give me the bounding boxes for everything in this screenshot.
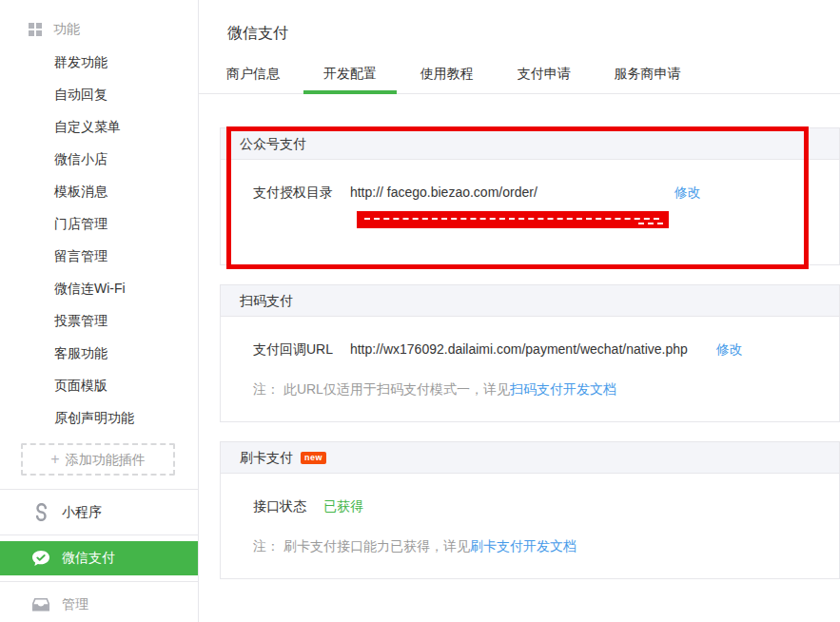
sidebar-item-vote-management[interactable]: 投票管理 bbox=[0, 304, 198, 337]
add-plugin-label: 添加功能插件 bbox=[66, 452, 146, 467]
api-status-value: 已获得 bbox=[323, 498, 363, 514]
row-label: 支付授权目录 bbox=[253, 185, 333, 200]
add-plugin-button[interactable]: +添加功能插件 bbox=[21, 443, 175, 476]
section-card-pay-body: 接口状态 已获得 注： 刷卡支付接口能力已获得，详见刷卡支付开发文档 bbox=[221, 474, 839, 578]
page-title: 微信支付 bbox=[227, 24, 840, 44]
sidebar-item-miniprogram[interactable]: 小程序 bbox=[0, 489, 198, 535]
tab-payment-apply[interactable]: 支付申请 bbox=[498, 53, 591, 94]
tab-tutorial[interactable]: 使用教程 bbox=[400, 53, 494, 94]
sidebar-item-page-template[interactable]: 页面模版 bbox=[0, 369, 198, 401]
sidebar-item-label: 微信支付 bbox=[62, 550, 115, 567]
config-row-auth-dir: 支付授权目录 http:// facego.biezao.com/order/ … bbox=[253, 183, 816, 202]
sidebar-item-label: 小程序 bbox=[62, 504, 102, 521]
auth-dir-value: http:// facego.biezao.com/order/ bbox=[350, 185, 537, 200]
section-mp-pay-body: 支付授权目录 http:// facego.biezao.com/order/ … bbox=[221, 160, 839, 264]
sidebar-item-store-management[interactable]: 门店管理 bbox=[0, 207, 198, 240]
section-card-pay: 刷卡支付new 接口状态 已获得 注： 刷卡支付接口能力已获得，详见刷卡支付开发… bbox=[220, 441, 840, 579]
plus-icon: + bbox=[50, 451, 59, 467]
sidebar-item-auto-reply[interactable]: 自动回复 bbox=[0, 78, 198, 110]
sidebar-item-customer-service[interactable]: 客服功能 bbox=[0, 337, 198, 369]
modify-callback-url-link[interactable]: 修改 bbox=[716, 341, 743, 357]
tab-service-provider-apply[interactable]: 服务商申请 bbox=[595, 53, 701, 94]
section-card-pay-header: 刷卡支付new bbox=[221, 442, 839, 474]
sidebar-category-label: 功能 bbox=[53, 21, 80, 38]
note-text: 注： 此URL仅适用于扫码支付模式一，详见 bbox=[253, 381, 510, 397]
native-pay-note: 注： 此URL仅适用于扫码支付模式一，详见扫码支付开发文档 bbox=[253, 379, 816, 398]
sidebar-category-features: 功能 bbox=[0, 0, 198, 46]
note-text: 注： 刷卡支付接口能力已获得，详见 bbox=[253, 538, 470, 554]
row-label: 接口状态 bbox=[253, 498, 306, 514]
sidebar-item-wechat-shop[interactable]: 微信小店 bbox=[0, 143, 198, 175]
sidebar-item-comment-management[interactable]: 留言管理 bbox=[0, 240, 198, 272]
sidebar-item-mass-send[interactable]: 群发功能 bbox=[0, 46, 198, 78]
miniprogram-icon bbox=[31, 503, 50, 521]
tab-bar: 商户信息 开发配置 使用教程 支付申请 服务商申请 bbox=[199, 53, 840, 94]
sidebar-category-label: 管理 bbox=[62, 596, 88, 613]
sidebar-row-wechat-pay: 微信支付 bbox=[0, 535, 198, 581]
manage-tray-icon bbox=[31, 597, 50, 612]
card-pay-note: 注： 刷卡支付接口能力已获得，详见刷卡支付开发文档 bbox=[253, 536, 816, 555]
sidebar: 功能 群发功能 自动回复 自定义菜单 微信小店 模板消息 门店管理 留言管理 微… bbox=[0, 0, 199, 622]
new-badge: new bbox=[301, 452, 326, 464]
modify-auth-dir-link[interactable]: 修改 bbox=[674, 185, 701, 200]
sidebar-item-custom-menu[interactable]: 自定义菜单 bbox=[0, 110, 198, 143]
native-pay-doc-link[interactable]: 扫码支付开发文档 bbox=[510, 381, 616, 397]
tab-dev-config[interactable]: 开发配置 bbox=[303, 53, 397, 94]
sidebar-item-original-statement[interactable]: 原创声明功能 bbox=[0, 401, 198, 434]
sidebar-item-wechat-pay[interactable]: 微信支付 bbox=[0, 541, 198, 575]
section-mp-pay: 公众号支付 支付授权目录 http:// facego.biezao.com/o… bbox=[220, 127, 840, 265]
config-row-api-status: 接口状态 已获得 bbox=[253, 496, 816, 515]
sidebar-item-template-message[interactable]: 模板消息 bbox=[0, 175, 198, 207]
sidebar-nav: 群发功能 自动回复 自定义菜单 微信小店 模板消息 门店管理 留言管理 微信连W… bbox=[0, 46, 198, 434]
section-native-pay: 扫码支付 支付回调URL http://wx176092.dailaimi.co… bbox=[220, 284, 840, 422]
callback-url-value: http://wx176092.dailaimi.com/payment/wec… bbox=[350, 341, 688, 357]
features-grid-icon bbox=[29, 23, 42, 36]
row-label: 支付回调URL bbox=[253, 341, 333, 357]
tab-merchant-info[interactable]: 商户信息 bbox=[206, 53, 300, 94]
wechat-mp-admin: 功能 群发功能 自动回复 自定义菜单 微信小店 模板消息 门店管理 留言管理 微… bbox=[0, 0, 840, 622]
section-native-pay-body: 支付回调URL http://wx176092.dailaimi.com/pay… bbox=[221, 317, 839, 421]
sidebar-item-wifi[interactable]: 微信连Wi-Fi bbox=[0, 272, 198, 304]
wechat-pay-icon bbox=[31, 550, 50, 567]
sidebar-category-manage[interactable]: 管理 bbox=[0, 581, 198, 622]
section-title: 刷卡支付 bbox=[240, 450, 293, 465]
section-native-pay-header: 扫码支付 bbox=[221, 285, 839, 317]
main-content: 微信支付 商户信息 开发配置 使用教程 支付申请 服务商申请 公众号支付 支付授… bbox=[199, 0, 840, 622]
card-pay-doc-link[interactable]: 刷卡支付开发文档 bbox=[470, 538, 576, 554]
section-mp-pay-header: 公众号支付 bbox=[221, 128, 839, 160]
config-row-callback-url: 支付回调URL http://wx176092.dailaimi.com/pay… bbox=[253, 340, 816, 359]
